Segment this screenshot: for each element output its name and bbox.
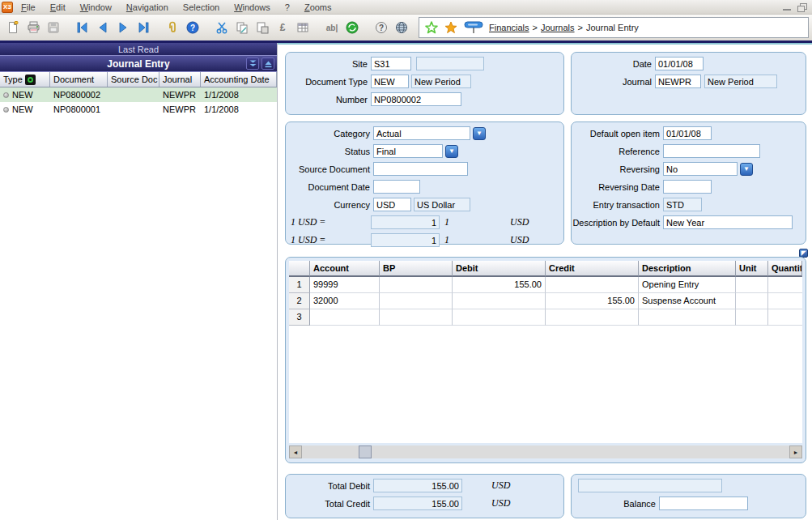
lines-grid: Account BP Debit Credit Description Unit…: [289, 261, 802, 443]
list-item[interactable]: NEW NP0800001 NEWPR 1/1/2008: [0, 102, 277, 117]
site-field[interactable]: [371, 57, 411, 70]
attachment-icon[interactable]: [163, 18, 182, 37]
reversing-dropdown-icon[interactable]: ▼: [740, 163, 753, 176]
grid-row[interactable]: 3: [289, 309, 802, 326]
next-record-icon[interactable]: [113, 18, 133, 37]
print-icon[interactable]: [23, 18, 43, 37]
restore-icon[interactable]: [796, 2, 807, 12]
menu-zooms[interactable]: Zooms: [298, 2, 338, 13]
lines-grid-panel: Account BP Debit Credit Description Unit…: [285, 257, 806, 463]
grid-col-bp[interactable]: BP: [380, 261, 453, 277]
grid-col-quantity[interactable]: Quantity: [768, 261, 802, 277]
category-label: Category: [286, 129, 373, 139]
svg-text:?: ?: [379, 23, 384, 32]
currency-icon[interactable]: £: [273, 18, 292, 37]
category-field[interactable]: [373, 126, 470, 140]
balance-info-field: [578, 479, 722, 492]
grid-horizontal-scrollbar[interactable]: ◄ ►: [289, 445, 802, 458]
text-field-icon[interactable]: ab|: [322, 18, 342, 37]
grid-col-credit[interactable]: Credit: [546, 261, 639, 277]
details-right-panel: Default open item Reference Reversing ▼ …: [571, 121, 806, 245]
header-left-panel: Site Document Type Number: [285, 52, 564, 115]
total-credit-field: [373, 497, 462, 510]
favorite-outline-star-icon[interactable]: [424, 20, 439, 35]
cut-icon[interactable]: [212, 18, 232, 37]
grid-col-debit[interactable]: Debit: [453, 261, 546, 277]
menu-help[interactable]: ?: [278, 2, 296, 13]
breadcrumb-current: Journal Entry: [586, 23, 639, 32]
copy-icon[interactable]: [232, 18, 252, 37]
list-col-document[interactable]: Document: [50, 72, 108, 87]
reversing-date-field[interactable]: [663, 180, 712, 194]
last-read-header: Last Read: [0, 43, 277, 56]
status-dropdown-icon[interactable]: ▼: [445, 145, 458, 158]
save-icon[interactable]: [44, 18, 63, 37]
document-type-label: Document Type: [286, 77, 371, 87]
expand-list-icon[interactable]: [246, 58, 259, 70]
left-selection-panel: Last Read Journal Entry Type Document So…: [0, 43, 278, 520]
grid-col-description[interactable]: Description: [639, 261, 736, 277]
signpost-icon[interactable]: [463, 20, 484, 35]
favorite-star-icon[interactable]: [444, 20, 458, 35]
list-col-type[interactable]: Type: [0, 72, 50, 87]
currency-field[interactable]: [373, 198, 411, 211]
menu-windows[interactable]: Windows: [227, 2, 277, 13]
last-record-icon[interactable]: [134, 18, 153, 37]
app-icon: X3: [2, 2, 13, 13]
collapse-list-icon[interactable]: [261, 58, 274, 70]
grid-row[interactable]: 2 32000 155.00 Suspense Account: [289, 293, 802, 309]
list-col-accounting-date[interactable]: Accounting Date: [201, 72, 277, 87]
total-debit-label: Total Debit: [286, 481, 373, 491]
scroll-right-icon[interactable]: ►: [789, 445, 802, 458]
breadcrumb: Financials > Journals > Journal Entry: [489, 23, 639, 32]
menu-selection[interactable]: Selection: [176, 2, 226, 13]
list-col-journal[interactable]: Journal: [159, 72, 201, 87]
browser-icon[interactable]: [392, 18, 411, 37]
menu-navigation[interactable]: Navigation: [120, 2, 175, 13]
reversing-field[interactable]: [663, 162, 738, 176]
help-icon[interactable]: ?: [183, 18, 202, 37]
menu-bar: X3 File Edit Window Navigation Selection…: [0, 0, 812, 15]
breadcrumb-box: Financials > Journals > Journal Entry: [419, 17, 809, 38]
date-field[interactable]: [655, 57, 704, 70]
rate1-factor: 1: [444, 216, 449, 228]
grid-row[interactable]: 1 99999 155.00 Opening Entry: [289, 277, 802, 293]
about-help-icon[interactable]: ?: [372, 18, 391, 37]
category-dropdown-icon[interactable]: ▼: [473, 127, 486, 140]
refresh-web-icon[interactable]: [342, 18, 362, 37]
breadcrumb-financials-link[interactable]: Financials: [489, 23, 529, 32]
totals-panel: Total Debit USD Total Credit USD: [285, 474, 564, 518]
balance-field[interactable]: [659, 497, 748, 510]
document-type-field[interactable]: [371, 75, 409, 88]
paste-icon[interactable]: [253, 18, 272, 37]
scrollbar-thumb[interactable]: [359, 445, 372, 458]
type-status-icon[interactable]: [25, 75, 36, 85]
breadcrumb-journals-link[interactable]: Journals: [541, 23, 575, 32]
journal-entry-form: Site Document Type Number Date Journal C…: [278, 43, 812, 520]
grid-col-unit[interactable]: Unit: [736, 261, 768, 277]
reference-field[interactable]: [663, 144, 760, 158]
reference-label: Reference: [572, 147, 663, 156]
status-label: Status: [286, 147, 373, 156]
total-debit-field: [373, 479, 462, 492]
default-open-item-field[interactable]: [663, 126, 712, 140]
list-item[interactable]: NEW NP0800002 NEWPR 1/1/2008: [0, 87, 277, 102]
status-field[interactable]: [373, 144, 443, 158]
document-date-field[interactable]: [373, 180, 420, 194]
source-document-field[interactable]: [373, 162, 468, 176]
scroll-left-icon[interactable]: ◄: [289, 445, 302, 458]
grid-header-row: Account BP Debit Credit Description Unit…: [289, 261, 802, 277]
table-icon[interactable]: [293, 18, 312, 37]
menu-edit[interactable]: Edit: [44, 2, 72, 13]
grid-col-account[interactable]: Account: [310, 261, 380, 277]
menu-window[interactable]: Window: [74, 2, 118, 13]
previous-record-icon[interactable]: [93, 18, 113, 37]
journal-field[interactable]: [655, 75, 701, 88]
list-col-source-doc[interactable]: Source Doc: [108, 72, 159, 87]
number-field[interactable]: [371, 92, 461, 106]
description-by-default-field[interactable]: [663, 215, 793, 229]
menu-file[interactable]: File: [15, 2, 42, 13]
first-record-icon[interactable]: [73, 18, 92, 37]
minimize-icon[interactable]: [781, 2, 793, 12]
new-document-icon[interactable]: [3, 18, 23, 37]
